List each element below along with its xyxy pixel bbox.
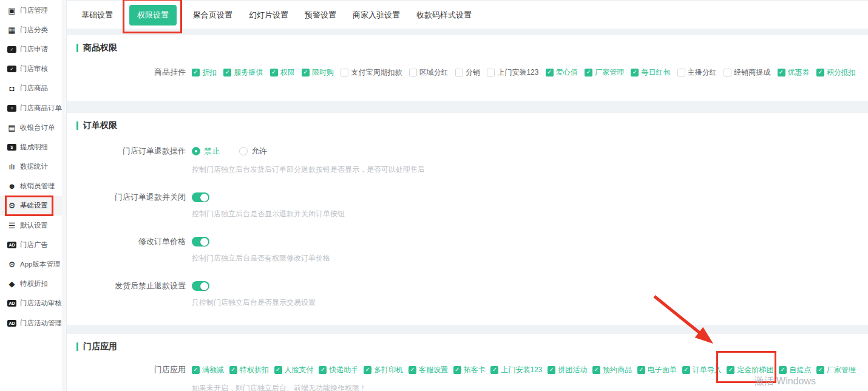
checkbox-option[interactable]: ✓ 厂家管理 <box>585 67 624 78</box>
checkbox-option[interactable]: ✓ 客服设置 <box>409 365 448 375</box>
sidebar-menu: ▣ 门店管理 ▦ 门店分类 ✓ 门店申请 ✓ 门店审核 ◘ 门店商品 ≡ 门店商… <box>0 1 66 333</box>
section-title: 订单权限 <box>76 120 856 131</box>
tab-item[interactable]: 基础设置 <box>81 10 113 21</box>
radio-allow[interactable]: 允许 <box>239 146 267 157</box>
checkbox-option[interactable]: ✓ 上门安装123 <box>487 67 538 78</box>
checkbox-option[interactable]: ✓ 人脸支付 <box>274 365 314 375</box>
sidebar-item-label: 数据统计 <box>20 162 48 171</box>
checkbox-icon: ✓ <box>592 366 600 374</box>
store-app-row: 门店应用 ✓ 满额减 ✓ 特权折扣 ✓ 人脸支付 ✓ 快递助手 ✓ 多打印机 ✓… <box>76 364 856 375</box>
sidebar-item[interactable]: ◆ 特权折扣 <box>0 274 66 294</box>
checkbox-icon: ✓ <box>409 69 417 76</box>
sidebar-item-label: 门店分类 <box>20 25 48 35</box>
sidebar-item[interactable]: $ 提成明细 <box>0 137 66 157</box>
sidebar-item[interactable]: ▦ 门店分类 <box>0 20 66 39</box>
sidebar-item[interactable]: AD 门店活动管理 <box>0 313 66 333</box>
checkbox-option[interactable]: ✓ 满额减 <box>192 365 224 375</box>
checkbox-icon: ✓ <box>724 69 731 76</box>
checkbox-option[interactable]: ✓ 订单导入 <box>682 365 722 375</box>
sidebar-item[interactable]: ▣ 门店管理 <box>0 1 66 20</box>
category-grid-icon: ▦ <box>7 26 17 34</box>
statistics-chart-icon: ılı <box>7 163 17 171</box>
checkbox-option[interactable]: ✓ 优惠券 <box>778 67 810 78</box>
sidebar-item[interactable]: ⚙ App版本管理 <box>0 254 66 274</box>
checkbox-option[interactable]: ✓ 快递助手 <box>319 365 358 375</box>
apply-check-icon: ✓ <box>7 46 16 53</box>
sidebar-scrollbar[interactable] <box>62 0 66 391</box>
checkbox-option[interactable]: ✓ 支付宝周期扣款 <box>341 67 402 78</box>
checkbox-icon: ✓ <box>341 69 348 76</box>
sidebar-item[interactable]: ☰ 默认设置 <box>0 216 66 235</box>
product-widget-row: 商品挂件 ✓ 折扣 ✓ 服务提供 ✓ 权限 ✓ 限时购 ✓ 支付宝周期扣款 ✓ … <box>76 67 856 78</box>
checkbox-option[interactable]: ✓ 每日红包 <box>631 67 670 78</box>
checkbox-option[interactable]: ✓ 服务提供 <box>223 67 263 78</box>
sidebar-item[interactable]: ☻ 核销员管理 <box>0 177 66 196</box>
checkbox-icon: ✓ <box>487 69 495 76</box>
checkbox-option[interactable]: ✓ 限时购 <box>302 67 334 78</box>
sidebar-item-label: 门店申请 <box>20 45 48 54</box>
checkbox-icon: ✓ <box>677 69 685 76</box>
checkbox-option[interactable]: ✓ 电子面单 <box>637 365 677 375</box>
toggle-switch[interactable] <box>192 237 209 246</box>
tab-item[interactable]: 预警设置 <box>305 10 336 21</box>
toggle-switch[interactable] <box>192 281 209 291</box>
checkbox-option[interactable]: ✓ 拓客卡 <box>453 365 486 375</box>
field-label: 门店订单退款并关闭 <box>76 192 186 203</box>
tab-item[interactable]: 聚合页设置 <box>193 10 232 21</box>
help-text: 控制门店独立后台是否有权限修改订单价格 <box>192 253 856 264</box>
tab-item[interactable]: 商家入驻设置 <box>353 10 400 21</box>
checkbox-option[interactable]: ✓ 特权折扣 <box>229 365 269 375</box>
checkbox-option[interactable]: ✓ 分销 <box>455 67 480 78</box>
sidebar-item[interactable]: ≡ 门店商品订单 <box>0 98 66 118</box>
radio-forbid[interactable]: 禁止 <box>192 146 220 157</box>
sidebar-item[interactable]: AD 门店活动审核 <box>0 294 66 313</box>
radio-icon <box>239 147 248 155</box>
tab-label: 聚合页设置 <box>193 10 232 19</box>
tab-label: 权限设置 <box>129 5 177 25</box>
section-store-apps: 门店应用 门店应用 ✓ 满额减 ✓ 特权折扣 ✓ 人脸支付 ✓ 快递助手 ✓ 多… <box>67 334 868 391</box>
sidebar-item-label: 门店活动管理 <box>20 319 62 328</box>
checkbox-icon: ✓ <box>727 366 734 374</box>
activity-manage-ad-icon: AD <box>7 320 16 327</box>
checkbox-option[interactable]: ✓ 权限 <box>270 67 295 78</box>
store-icon: ▣ <box>7 7 17 15</box>
checkbox-option[interactable]: ✓ 多打印机 <box>364 365 403 375</box>
sidebar-item-label: 门店审核 <box>20 64 48 73</box>
checkbox-icon: ✓ <box>546 69 554 76</box>
checkbox-option[interactable]: ✓ 预约商品 <box>592 365 632 375</box>
checkbox-option[interactable]: ✓ 折扣 <box>192 67 217 78</box>
checkbox-option[interactable]: ✓ 主播分红 <box>677 67 717 78</box>
checkbox-icon: ✓ <box>270 69 278 76</box>
checkbox-icon: ✓ <box>223 69 231 76</box>
field-label: 门店应用 <box>76 364 186 375</box>
sidebar-item[interactable]: ▤ 收银台订单 <box>0 118 66 137</box>
checkbox-option[interactable]: ✓ 区域分红 <box>409 67 449 78</box>
tab-active[interactable]: 权限设置 <box>129 5 177 25</box>
sidebar-item[interactable]: ⚙ 基础设置 <box>0 196 66 216</box>
order-permission-row: 门店订单退款并关闭 控制门店独立后台是否显示退款并关闭订单按钮 <box>76 192 856 219</box>
checkbox-option[interactable]: ✓ 拼团活动 <box>548 365 587 375</box>
field-label: 门店订单退款操作 <box>76 146 186 157</box>
checkbox-option[interactable]: ✓ 厂家管理 <box>816 365 856 375</box>
sidebar-item[interactable]: ılı 数据统计 <box>0 157 66 177</box>
sidebar-item[interactable]: AD 门店广告 <box>0 235 66 254</box>
checkbox-option[interactable]: ✓ 定金阶梯团 <box>727 365 773 375</box>
sidebar-item[interactable]: ✓ 门店申请 <box>0 39 66 59</box>
sidebar-item-label: 门店活动审核 <box>20 299 62 308</box>
sidebar-item[interactable]: ✓ 门店审核 <box>0 59 66 79</box>
checkbox-option[interactable]: ✓ 积分抵扣 <box>816 67 856 78</box>
field-label: 商品挂件 <box>76 67 186 78</box>
checkbox-option[interactable]: ✓ 经销商提成 <box>724 67 770 78</box>
sidebar-item-label: 核销员管理 <box>20 182 55 191</box>
toggle-switch[interactable] <box>192 192 209 202</box>
sidebar-item[interactable]: ◘ 门店商品 <box>0 79 66 98</box>
tab-item[interactable]: 收款码样式设置 <box>416 10 472 21</box>
checkbox-icon: ✓ <box>302 69 310 76</box>
checkbox-option[interactable]: ✓ 上门安装123 <box>490 365 542 375</box>
checkbox-option[interactable]: ✓ 自提点 <box>779 365 811 375</box>
checkbox-icon: ✓ <box>192 69 200 76</box>
sidebar-item-label: 门店商品订单 <box>20 104 62 113</box>
help-text: 控制门店独立后台是否显示退款并关闭订单按钮 <box>192 209 856 219</box>
checkbox-option[interactable]: ✓ 爱心值 <box>546 67 578 78</box>
tab-item[interactable]: 幻灯片设置 <box>249 10 288 21</box>
